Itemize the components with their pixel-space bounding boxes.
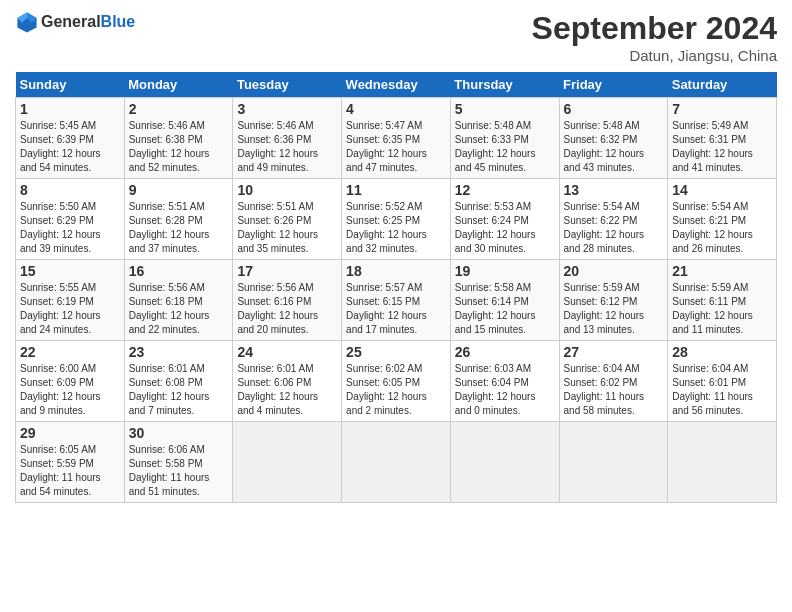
day-number: 26 — [455, 344, 555, 360]
logo-text: GeneralBlue — [41, 13, 135, 31]
day-info: Sunrise: 6:00 AM Sunset: 6:09 PM Dayligh… — [20, 362, 120, 418]
day-info: Sunrise: 6:01 AM Sunset: 6:08 PM Dayligh… — [129, 362, 229, 418]
day-number: 12 — [455, 182, 555, 198]
day-info: Sunrise: 6:04 AM Sunset: 6:02 PM Dayligh… — [564, 362, 664, 418]
day-info: Sunrise: 5:45 AM Sunset: 6:39 PM Dayligh… — [20, 119, 120, 175]
table-row: 19Sunrise: 5:58 AM Sunset: 6:14 PM Dayli… — [450, 260, 559, 341]
calendar-week-row: 1Sunrise: 5:45 AM Sunset: 6:39 PM Daylig… — [16, 98, 777, 179]
day-number: 19 — [455, 263, 555, 279]
day-info: Sunrise: 5:46 AM Sunset: 6:38 PM Dayligh… — [129, 119, 229, 175]
calendar-week-row: 29Sunrise: 6:05 AM Sunset: 5:59 PM Dayli… — [16, 422, 777, 503]
table-row: 21Sunrise: 5:59 AM Sunset: 6:11 PM Dayli… — [668, 260, 777, 341]
day-number: 21 — [672, 263, 772, 279]
table-row — [559, 422, 668, 503]
table-row: 4Sunrise: 5:47 AM Sunset: 6:35 PM Daylig… — [342, 98, 451, 179]
day-info: Sunrise: 6:04 AM Sunset: 6:01 PM Dayligh… — [672, 362, 772, 418]
logo-icon — [15, 10, 39, 34]
day-info: Sunrise: 5:52 AM Sunset: 6:25 PM Dayligh… — [346, 200, 446, 256]
table-row — [668, 422, 777, 503]
day-number: 30 — [129, 425, 229, 441]
col-wednesday: Wednesday — [342, 72, 451, 98]
table-row — [233, 422, 342, 503]
location-subtitle: Datun, Jiangsu, China — [532, 47, 777, 64]
day-info: Sunrise: 5:51 AM Sunset: 6:26 PM Dayligh… — [237, 200, 337, 256]
day-number: 2 — [129, 101, 229, 117]
table-row: 15Sunrise: 5:55 AM Sunset: 6:19 PM Dayli… — [16, 260, 125, 341]
table-row: 13Sunrise: 5:54 AM Sunset: 6:22 PM Dayli… — [559, 179, 668, 260]
day-number: 28 — [672, 344, 772, 360]
day-info: Sunrise: 5:47 AM Sunset: 6:35 PM Dayligh… — [346, 119, 446, 175]
day-number: 11 — [346, 182, 446, 198]
table-row: 1Sunrise: 5:45 AM Sunset: 6:39 PM Daylig… — [16, 98, 125, 179]
day-number: 23 — [129, 344, 229, 360]
day-info: Sunrise: 6:01 AM Sunset: 6:06 PM Dayligh… — [237, 362, 337, 418]
header: GeneralBlue September 2024 Datun, Jiangs… — [15, 10, 777, 64]
day-number: 10 — [237, 182, 337, 198]
day-number: 7 — [672, 101, 772, 117]
col-friday: Friday — [559, 72, 668, 98]
day-number: 1 — [20, 101, 120, 117]
day-info: Sunrise: 5:58 AM Sunset: 6:14 PM Dayligh… — [455, 281, 555, 337]
day-info: Sunrise: 5:54 AM Sunset: 6:21 PM Dayligh… — [672, 200, 772, 256]
day-info: Sunrise: 5:54 AM Sunset: 6:22 PM Dayligh… — [564, 200, 664, 256]
day-info: Sunrise: 6:03 AM Sunset: 6:04 PM Dayligh… — [455, 362, 555, 418]
col-sunday: Sunday — [16, 72, 125, 98]
table-row: 17Sunrise: 5:56 AM Sunset: 6:16 PM Dayli… — [233, 260, 342, 341]
table-row: 20Sunrise: 5:59 AM Sunset: 6:12 PM Dayli… — [559, 260, 668, 341]
table-row: 8Sunrise: 5:50 AM Sunset: 6:29 PM Daylig… — [16, 179, 125, 260]
day-number: 15 — [20, 263, 120, 279]
day-info: Sunrise: 5:53 AM Sunset: 6:24 PM Dayligh… — [455, 200, 555, 256]
calendar-week-row: 8Sunrise: 5:50 AM Sunset: 6:29 PM Daylig… — [16, 179, 777, 260]
table-row: 5Sunrise: 5:48 AM Sunset: 6:33 PM Daylig… — [450, 98, 559, 179]
day-number: 6 — [564, 101, 664, 117]
day-info: Sunrise: 6:06 AM Sunset: 5:58 PM Dayligh… — [129, 443, 229, 499]
table-row: 2Sunrise: 5:46 AM Sunset: 6:38 PM Daylig… — [124, 98, 233, 179]
table-row: 16Sunrise: 5:56 AM Sunset: 6:18 PM Dayli… — [124, 260, 233, 341]
table-row: 29Sunrise: 6:05 AM Sunset: 5:59 PM Dayli… — [16, 422, 125, 503]
table-row: 26Sunrise: 6:03 AM Sunset: 6:04 PM Dayli… — [450, 341, 559, 422]
day-info: Sunrise: 5:56 AM Sunset: 6:16 PM Dayligh… — [237, 281, 337, 337]
day-info: Sunrise: 5:49 AM Sunset: 6:31 PM Dayligh… — [672, 119, 772, 175]
day-info: Sunrise: 5:56 AM Sunset: 6:18 PM Dayligh… — [129, 281, 229, 337]
day-number: 3 — [237, 101, 337, 117]
day-number: 24 — [237, 344, 337, 360]
day-number: 9 — [129, 182, 229, 198]
calendar-container: GeneralBlue September 2024 Datun, Jiangs… — [0, 0, 792, 513]
table-row: 30Sunrise: 6:06 AM Sunset: 5:58 PM Dayli… — [124, 422, 233, 503]
table-row: 11Sunrise: 5:52 AM Sunset: 6:25 PM Dayli… — [342, 179, 451, 260]
col-thursday: Thursday — [450, 72, 559, 98]
day-info: Sunrise: 5:57 AM Sunset: 6:15 PM Dayligh… — [346, 281, 446, 337]
day-number: 13 — [564, 182, 664, 198]
table-row: 12Sunrise: 5:53 AM Sunset: 6:24 PM Dayli… — [450, 179, 559, 260]
column-headers: Sunday Monday Tuesday Wednesday Thursday… — [16, 72, 777, 98]
table-row — [342, 422, 451, 503]
month-title: September 2024 — [532, 10, 777, 47]
day-info: Sunrise: 5:48 AM Sunset: 6:33 PM Dayligh… — [455, 119, 555, 175]
table-row: 24Sunrise: 6:01 AM Sunset: 6:06 PM Dayli… — [233, 341, 342, 422]
calendar-table: Sunday Monday Tuesday Wednesday Thursday… — [15, 72, 777, 503]
day-info: Sunrise: 5:48 AM Sunset: 6:32 PM Dayligh… — [564, 119, 664, 175]
table-row: 22Sunrise: 6:00 AM Sunset: 6:09 PM Dayli… — [16, 341, 125, 422]
day-number: 5 — [455, 101, 555, 117]
table-row: 18Sunrise: 5:57 AM Sunset: 6:15 PM Dayli… — [342, 260, 451, 341]
table-row: 6Sunrise: 5:48 AM Sunset: 6:32 PM Daylig… — [559, 98, 668, 179]
calendar-week-row: 22Sunrise: 6:00 AM Sunset: 6:09 PM Dayli… — [16, 341, 777, 422]
day-info: Sunrise: 6:05 AM Sunset: 5:59 PM Dayligh… — [20, 443, 120, 499]
table-row: 25Sunrise: 6:02 AM Sunset: 6:05 PM Dayli… — [342, 341, 451, 422]
table-row: 7Sunrise: 5:49 AM Sunset: 6:31 PM Daylig… — [668, 98, 777, 179]
day-info: Sunrise: 5:46 AM Sunset: 6:36 PM Dayligh… — [237, 119, 337, 175]
col-saturday: Saturday — [668, 72, 777, 98]
logo: GeneralBlue — [15, 10, 135, 34]
table-row: 14Sunrise: 5:54 AM Sunset: 6:21 PM Dayli… — [668, 179, 777, 260]
day-info: Sunrise: 5:51 AM Sunset: 6:28 PM Dayligh… — [129, 200, 229, 256]
table-row: 27Sunrise: 6:04 AM Sunset: 6:02 PM Dayli… — [559, 341, 668, 422]
day-number: 14 — [672, 182, 772, 198]
day-info: Sunrise: 5:59 AM Sunset: 6:12 PM Dayligh… — [564, 281, 664, 337]
day-info: Sunrise: 6:02 AM Sunset: 6:05 PM Dayligh… — [346, 362, 446, 418]
day-number: 22 — [20, 344, 120, 360]
day-number: 4 — [346, 101, 446, 117]
col-monday: Monday — [124, 72, 233, 98]
table-row — [450, 422, 559, 503]
day-number: 29 — [20, 425, 120, 441]
day-number: 20 — [564, 263, 664, 279]
